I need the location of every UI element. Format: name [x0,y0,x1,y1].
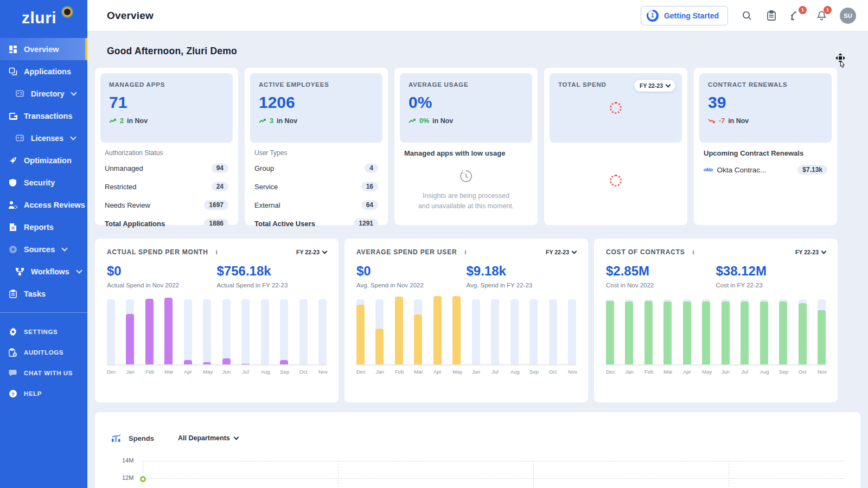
search-icon[interactable] [740,9,753,22]
tasks-icon [8,289,17,298]
x-axis-label: Oct [549,369,557,375]
bar-apr[interactable] [683,296,691,364]
avg-spend-fy-filter[interactable]: FY 22-23 [546,249,576,255]
bar-dec[interactable] [107,296,115,364]
kpi-row-unmanaged[interactable]: Unmanaged94 [105,159,228,177]
clipboard-icon[interactable] [765,9,778,22]
sidebar-item-auditlogs[interactable]: AUDITLOGS [0,342,87,363]
sidebar-item-access-reviews[interactable]: Access Reviews [0,194,87,216]
bar-jun[interactable] [472,296,480,364]
getting-started-button[interactable]: 1 Getting Started [641,6,728,25]
bar-jul[interactable] [241,296,250,364]
bar-feb[interactable] [145,296,154,364]
sidebar-item-sources[interactable]: Sources [0,238,87,260]
actual-spend-fy-filter[interactable]: FY 22-23 [296,249,327,255]
kpi-row-total-active-users[interactable]: Total Active Users1291 [254,214,378,233]
sidebar-item-chat-with-us[interactable]: CHAT WITH US [0,363,87,383]
bar-sep[interactable] [529,296,538,364]
kpi-row-group[interactable]: Group4 [254,159,378,177]
bar-sep[interactable] [779,296,787,364]
bar-jul[interactable] [491,296,499,364]
notifications-bell-icon[interactable]: 1 [815,9,828,22]
x-axis-label: Oct [299,369,308,375]
bar-nov[interactable] [818,296,826,364]
greeting-text: Good Afternoon, Zluri Demo [107,46,860,57]
bar-jul[interactable] [741,296,749,364]
bar-jan[interactable] [375,296,384,364]
sidebar-item-workflows[interactable]: Workflows [0,260,87,282]
bar-track [280,299,288,364]
x-axis-label: Apr [184,369,192,375]
kpi-row-restricted[interactable]: Restricted24 [105,177,228,196]
gear-icon [8,328,17,337]
user-avatar[interactable]: SU [840,8,856,24]
bar-jan[interactable] [625,296,633,364]
bar-feb[interactable] [644,296,653,364]
kpi-row-service[interactable]: Service16 [254,177,378,196]
sidebar-item-optimization[interactable]: Optimization [0,149,87,171]
kpi-row-total-applications[interactable]: Total Applications1886 [105,214,228,233]
info-icon[interactable]: i [693,249,694,255]
sidebar-item-overview[interactable]: Overview [0,38,87,60]
insights-empty-state: Insights are being processedand unavaila… [404,159,528,212]
departments-filter[interactable]: All Departments [178,434,238,442]
topbar: Overview 1 Getting Started 1 [87,0,868,31]
bar-may[interactable] [702,296,710,364]
x-axis-label: Nov [318,369,327,375]
bar-jan[interactable] [126,296,134,364]
bar-apr[interactable] [433,296,442,364]
bar-aug[interactable] [510,296,519,364]
sidebar-item-directory[interactable]: Directory [0,82,87,105]
kpi-row-needs-review[interactable]: Needs Review1697 [105,196,228,214]
bar-mar[interactable] [663,296,672,364]
activity-feed-icon[interactable]: 1 [790,9,803,22]
x-axis-label: Sep [529,369,538,375]
spends-data-point[interactable] [140,476,146,482]
sidebar-item-licenses[interactable]: Licenses [0,127,87,149]
getting-started-label: Getting Started [664,11,719,20]
total-spend-fy-filter[interactable]: FY 22-23 [634,80,675,92]
info-icon[interactable]: i [216,249,218,255]
renewal-row-okta[interactable]: okta Okta Contrac... $7.13k [704,159,827,180]
bar-value [203,362,211,364]
user-types-title: User Types [254,149,378,157]
bar-dec[interactable] [606,296,614,364]
bar-aug[interactable] [760,296,768,364]
chevron-down-icon [666,82,671,88]
bar-apr[interactable] [184,296,192,364]
bar-sep[interactable] [280,296,288,364]
bar-jun[interactable] [722,296,730,364]
bar-track [222,299,231,364]
cost-contracts-fy-filter[interactable]: FY 22-23 [795,249,826,255]
bar-nov[interactable] [568,296,576,364]
bar-mar[interactable] [164,296,173,364]
bar-may[interactable] [452,296,461,364]
bar-aug[interactable] [261,296,269,364]
sidebar-item-transactions[interactable]: Transactions [0,105,87,127]
bar-mar[interactable] [414,296,422,364]
sidebar-item-help[interactable]: ?HELP [0,383,87,404]
sidebar-item-label: Access Reviews [24,201,85,209]
bar-value [683,301,691,364]
sidebar-item-applications[interactable]: Applications [0,60,87,82]
content-scroll-area[interactable]: Good Afternoon, Zluri Demo MANAGED APPS … [87,31,868,488]
bar-dec[interactable] [356,296,365,364]
bar-oct[interactable] [799,296,807,364]
bar-may[interactable] [203,296,211,364]
sidebar-item-security[interactable]: Security [0,171,87,194]
trend-up-icon [409,118,416,124]
bar-oct[interactable] [549,296,557,364]
bar-value [280,360,288,364]
bar-jun[interactable] [222,296,231,364]
bar-feb[interactable] [395,296,403,364]
sidebar-item-settings[interactable]: SETTINGS [0,322,87,342]
bar-nov[interactable] [318,296,327,364]
bar-oct[interactable] [299,296,308,364]
kpi-row-external[interactable]: External64 [254,196,378,214]
sidebar-item-reports[interactable]: Reports [0,216,87,238]
info-icon[interactable]: i [464,249,466,255]
bar-value [241,364,250,364]
zluri-logo[interactable]: zluri [0,0,87,35]
sidebar-item-tasks[interactable]: Tasks [0,282,87,305]
bar-value [799,303,807,364]
